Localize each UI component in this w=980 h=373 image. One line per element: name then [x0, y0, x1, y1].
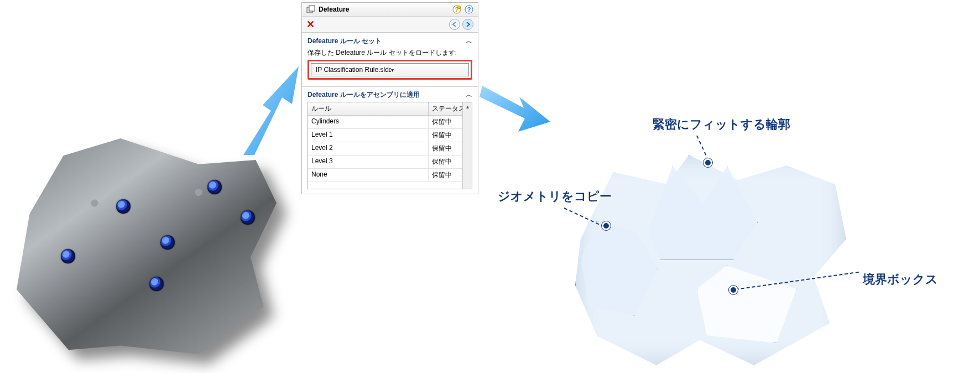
table-row[interactable]: Level 1 保留中 — [308, 129, 472, 142]
rules-col-rule[interactable]: ルール — [308, 102, 429, 116]
section-header-apply-label: Defeature ルールをアセンブリに適用 — [307, 90, 420, 100]
flow-arrow-output — [479, 77, 551, 138]
table-scrollbar[interactable]: ▴ — [462, 102, 472, 189]
ruleset-dropdown[interactable]: IP Classification Rule.slddrs ▾ — [311, 63, 469, 76]
svg-text:?: ? — [467, 6, 471, 13]
svg-rect-1 — [309, 6, 315, 11]
callout-dot — [729, 286, 738, 294]
chevron-down-icon: ▾ — [391, 67, 466, 73]
callout-dot — [703, 158, 712, 167]
close-icon[interactable]: ✕ — [306, 19, 315, 29]
ruleset-dropdown-value: IP Classification Rule.slddrs — [316, 66, 391, 74]
callout-tight-fit-label: 緊密にフィットする輪郭 — [653, 116, 790, 133]
callout-bounding-box-label: 境界ボックス — [863, 271, 938, 288]
defeature-icon — [306, 5, 315, 14]
table-row[interactable]: None 保留中 — [308, 169, 472, 182]
nav-back-icon[interactable] — [449, 19, 460, 30]
panel-titlebar: Defeature ? ? — [302, 3, 478, 17]
table-row[interactable]: Level 3 保留中 — [308, 156, 472, 169]
rule-cell: None — [308, 169, 429, 182]
svg-point-4 — [458, 6, 461, 9]
nav-forward-icon[interactable] — [462, 19, 473, 30]
panel-title: Defeature — [319, 6, 449, 13]
collapse-icon: ︿ — [466, 37, 472, 46]
help-manual-icon[interactable]: ? — [452, 5, 461, 14]
rules-table: ルール ステータス Cylinders 保留中 Level 1 保留中 Leve… — [307, 102, 472, 189]
callout-copy-geometry-label: ジオメトリをコピー — [498, 188, 612, 205]
scroll-up-icon: ▴ — [466, 103, 469, 110]
ruleset-dropdown-highlight: IP Classification Rule.slddrs ▾ — [307, 60, 472, 80]
table-row[interactable]: Level 2 保留中 — [308, 142, 472, 156]
section-header-ruleset-label: Defeature ルール セット — [307, 37, 382, 46]
callout-dot — [602, 221, 611, 230]
flow-arrow-input — [238, 61, 310, 160]
source-model-image — [17, 138, 277, 354]
section-header-ruleset[interactable]: Defeature ルール セット ︿ — [302, 33, 478, 47]
rule-cell: Cylinders — [308, 116, 429, 129]
collapse-icon: ︿ — [466, 90, 472, 100]
help-icon[interactable]: ? — [465, 5, 473, 14]
rule-cell: Level 1 — [308, 129, 429, 142]
table-row[interactable]: Cylinders 保留中 — [308, 116, 472, 129]
section-header-apply[interactable]: Defeature ルールをアセンブリに適用 ︿ — [302, 86, 478, 101]
ruleset-hint: 保存した Defeature ルール セットをロードします: — [307, 48, 472, 58]
rule-cell: Level 3 — [308, 156, 429, 169]
panel-action-row: ✕ — [302, 17, 478, 33]
defeatured-model-image — [570, 144, 852, 365]
defeature-panel: Defeature ? ? ✕ Defeature ルール セット ︿ 保存した… — [301, 2, 478, 194]
rule-cell: Level 2 — [308, 142, 429, 156]
